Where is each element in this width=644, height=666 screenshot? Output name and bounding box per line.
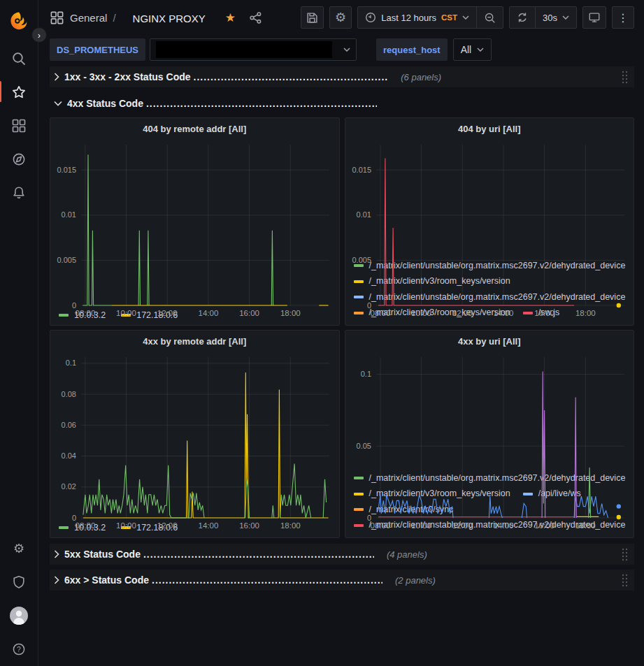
row-1xx-3xx-2xx-header[interactable]: 1xx - 3xx - 2xx Status Code ............…	[50, 66, 634, 87]
axis-tick-label: 0.1	[66, 359, 76, 367]
panel-title[interactable]: 404 by remote addr [All]	[50, 118, 339, 139]
breadcrumb-folder[interactable]: General	[70, 12, 107, 24]
timeseries-chart[interactable]: 08:0010:0012:0014:0016:0018:0000.0050.01…	[52, 139, 335, 309]
axis-tick-label: 10:00	[411, 521, 431, 530]
sidebar-item-alerting[interactable]	[5, 179, 33, 207]
axis-tick-label: 0.02	[62, 482, 76, 491]
datasource-variable-select[interactable]	[150, 38, 357, 61]
timezone-label: CST	[441, 13, 457, 22]
share-icon[interactable]	[250, 12, 262, 24]
series-line	[245, 479, 250, 518]
sidebar-item-dashboards[interactable]	[5, 112, 33, 140]
breadcrumb-dashboard-title[interactable]: NGINX PROXY	[122, 10, 215, 24]
dashboard-settings-button[interactable]: ⚙	[329, 6, 352, 29]
apps-grid-icon[interactable]	[50, 10, 64, 25]
sidebar-item-server-admin[interactable]	[5, 568, 33, 596]
row-drag-handle-icon[interactable]	[621, 573, 629, 588]
timeseries-chart[interactable]: 08:0010:0012:0014:0016:0018:0000.0050.01…	[347, 139, 630, 256]
series-line	[272, 505, 274, 518]
panel-4xx-by-uri: 4xx by uri [All] 08:0010:0012:0014:0016:…	[345, 330, 635, 538]
series-line	[522, 504, 527, 519]
axis-tick-label: 0.05	[356, 442, 371, 450]
row-drag-handle-icon[interactable]	[621, 70, 629, 85]
dashboards-grid-icon	[11, 118, 27, 133]
refresh-button[interactable]	[510, 7, 535, 28]
axis-tick-label: 18:00	[280, 521, 301, 530]
monitor-icon	[588, 11, 601, 24]
series-line	[83, 465, 204, 518]
axis-tick-label: 0.01	[62, 210, 76, 219]
sidebar-item-search[interactable]	[5, 45, 33, 73]
row-title-dots: ........................................…	[143, 549, 374, 560]
panel-title[interactable]: 4xx by remote addr [All]	[50, 331, 339, 352]
sidebar-item-configuration[interactable]: ⚙	[5, 535, 33, 563]
time-range-picker[interactable]: Last 12 hours CST	[358, 7, 476, 28]
row-drag-handle-icon[interactable]	[621, 547, 629, 562]
row-6xx-header[interactable]: 6xx > Status Code ......................…	[50, 570, 634, 591]
row-5xx-header[interactable]: 5xx Status Code ........................…	[50, 544, 634, 565]
refresh-interval-dropdown[interactable]: 30s	[536, 7, 576, 28]
series-line	[138, 231, 140, 305]
axis-tick-label: 18:00	[575, 521, 595, 530]
grafana-logo[interactable]	[5, 7, 33, 35]
save-dashboard-button[interactable]	[301, 6, 324, 29]
chevron-down-icon	[477, 48, 484, 52]
help-circle-icon: ?	[11, 642, 27, 657]
refresh-picker-group: 30s	[509, 6, 577, 29]
axis-tick-label: 16:00	[239, 521, 259, 530]
zoom-out-icon	[484, 12, 496, 24]
axis-tick-label: 0	[72, 301, 76, 310]
axis-tick-label: 10:00	[411, 309, 431, 317]
axis-tick-label: 0	[366, 301, 371, 310]
timeseries-chart[interactable]: 08:0010:0012:0014:0016:0018:0000.050.1	[347, 352, 630, 468]
shield-icon	[11, 574, 27, 590]
save-icon	[306, 12, 318, 24]
series-line	[83, 154, 112, 305]
series-line	[378, 495, 452, 518]
chevron-down-icon	[462, 15, 469, 20]
axis-tick-label: 08:00	[76, 521, 96, 530]
axis-tick-label: 10:00	[116, 521, 136, 530]
panel-title[interactable]: 4xx by uri [All]	[345, 331, 634, 352]
chart-canvas: 08:0010:0012:0014:0016:0018:0000.0050.01…	[347, 139, 630, 319]
more-options-button[interactable]: ⋮	[612, 6, 634, 29]
dashboard-submenu: DS_PROMETHEUS request_host All	[38, 35, 644, 64]
sidebar-item-explore[interactable]	[5, 145, 33, 173]
series-line	[148, 231, 149, 305]
dashboard-body: 1xx - 3xx - 2xx Status Code ............…	[38, 64, 644, 591]
panel-title[interactable]: 404 by uri [All]	[345, 118, 634, 139]
zoom-out-time-button[interactable]	[477, 7, 503, 28]
left-sidebar: ⚙ ?	[0, 0, 38, 666]
sidebar-item-profile[interactable]	[5, 602, 33, 630]
axis-tick-label: 0	[72, 514, 76, 522]
axis-tick-label: 10:00	[116, 309, 136, 317]
clock-icon	[365, 12, 376, 23]
axis-tick-label: 14:00	[199, 521, 219, 530]
sidebar-item-starred[interactable]	[5, 78, 33, 106]
chevron-down-icon	[562, 15, 569, 20]
sidebar-item-help[interactable]: ?	[5, 635, 33, 663]
favorite-star-icon[interactable]: ★	[225, 10, 236, 25]
axis-tick-label: 0.005	[57, 256, 76, 264]
series-line	[280, 464, 311, 518]
timeseries-chart[interactable]: 08:0010:0012:0014:0016:0018:0000.020.040…	[52, 352, 335, 521]
host-variable-select[interactable]: All	[453, 38, 492, 61]
avatar	[9, 606, 29, 625]
series-end-point	[616, 515, 620, 519]
axis-tick-label: 0.1	[360, 370, 371, 378]
row-title-dots: ........................................…	[146, 98, 377, 109]
gear-icon: ⚙	[13, 542, 24, 555]
time-range-label: Last 12 hours	[381, 13, 436, 23]
datasource-value-redacted	[156, 41, 332, 58]
cycle-view-mode-button[interactable]	[582, 6, 606, 29]
row-4xx-header[interactable]: 4xx Status Code ........................…	[50, 94, 634, 113]
series-end-point	[616, 504, 620, 508]
chevron-down-icon	[54, 101, 62, 106]
refresh-icon	[517, 12, 528, 23]
panel-404-by-remote-addr: 404 by remote addr [All] 08:0010:0012:00…	[50, 117, 340, 326]
axis-tick-label: 0.015	[57, 166, 76, 174]
axis-tick-label: 18:00	[575, 309, 595, 317]
series-end-point	[616, 303, 620, 307]
axis-tick-label: 08:00	[370, 521, 390, 530]
sidebar-expand-button[interactable]: ›	[31, 27, 47, 43]
